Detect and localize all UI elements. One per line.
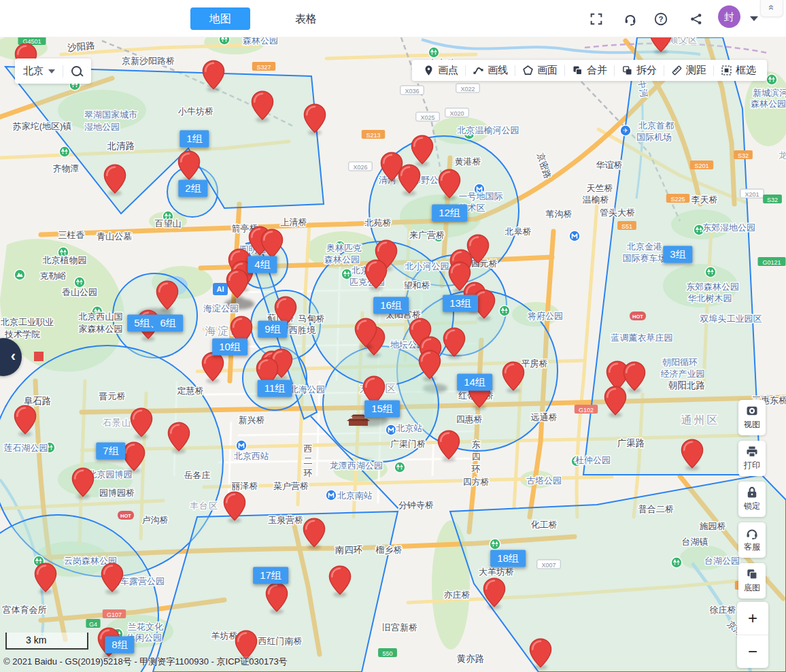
- map-label: 北京首都: [638, 120, 674, 131]
- map-label: 施园桥: [700, 521, 726, 531]
- group-label[interactable]: 1组: [180, 131, 209, 148]
- map-label: 台湖镇: [682, 537, 708, 547]
- map-label: 天竺桥: [587, 183, 613, 193]
- tool-split[interactable]: 拆分: [615, 60, 664, 81]
- park-icon: [74, 277, 85, 288]
- group-label[interactable]: 11组: [258, 380, 292, 397]
- group-label[interactable]: 16组: [373, 297, 409, 314]
- svg-text:X036: X036: [405, 88, 419, 95]
- map-label: 北苑桥: [365, 218, 392, 228]
- help-icon[interactable]: [653, 12, 668, 27]
- group-label[interactable]: 4组: [247, 256, 277, 273]
- share-icon[interactable]: [689, 12, 704, 27]
- map-label: 华北树木园: [688, 293, 732, 303]
- group-label[interactable]: 7组: [96, 443, 125, 460]
- group-label[interactable]: 3组: [663, 246, 692, 263]
- group-label[interactable]: 10组: [212, 339, 247, 356]
- group-label[interactable]: 14组: [457, 374, 492, 391]
- group-label[interactable]: 2组: [178, 180, 207, 197]
- map-label: 北京金港: [627, 241, 662, 252]
- map-label: 森林公园: [243, 37, 278, 46]
- city-name[interactable]: 北京: [23, 65, 44, 78]
- map-label: 卢沟桥: [142, 515, 169, 525]
- map-label: 北京站: [396, 423, 423, 433]
- tool-merge[interactable]: 合并: [565, 60, 614, 81]
- map-label: 宫体育会所: [3, 605, 47, 615]
- headset-icon[interactable]: [623, 12, 638, 27]
- zoom-in-button[interactable]: +: [737, 602, 768, 635]
- map-label: 广渠门桥: [390, 439, 426, 449]
- tool-measure[interactable]: 测距: [664, 60, 713, 81]
- airport-icon: [620, 125, 631, 136]
- top-bar: 地图表格 封 «: [0, 0, 786, 37]
- avatar-caret-icon[interactable]: [750, 16, 758, 21]
- support-icon: [745, 526, 759, 540]
- group-label[interactable]: 9组: [258, 321, 287, 338]
- side-tools: 视图打印锁定客服底图: [738, 400, 766, 604]
- red-marker-square: [34, 352, 44, 361]
- map-canvas[interactable]: ✈: [0, 37, 786, 672]
- map-label: 四方桥: [463, 477, 490, 487]
- map-label: 北京植物园: [43, 255, 87, 265]
- group-label[interactable]: 5组、6组: [127, 315, 183, 332]
- group-label[interactable]: 17组: [253, 567, 288, 584]
- metro-icon: [236, 440, 247, 451]
- group-label[interactable]: 15组: [364, 401, 400, 418]
- map-label: 丽泽桥: [232, 481, 258, 491]
- side-tool-view[interactable]: 视图: [738, 400, 766, 435]
- group-label[interactable]: 8组: [105, 637, 134, 654]
- map-label: 温榆桥: [583, 195, 609, 205]
- zoom-out-button[interactable]: −: [737, 635, 768, 668]
- tab-map[interactable]: 地图: [190, 7, 250, 30]
- tool-label: 画点: [438, 64, 458, 77]
- map-label: 顺义区: [669, 37, 698, 45]
- tool-draw-polygon[interactable]: 画面: [515, 60, 564, 81]
- map-label: 经济产业园: [661, 369, 705, 379]
- map-label: 通州区: [681, 414, 720, 426]
- map-label: 分钟寺桥: [398, 500, 434, 510]
- tool-label: 合并: [587, 64, 607, 77]
- svg-text:X201: X201: [745, 191, 759, 198]
- side-tool-basemap[interactable]: 底图: [738, 563, 766, 599]
- collapse-header-button[interactable]: «: [760, 0, 783, 17]
- map-label: 森林公园: [324, 254, 360, 265]
- map-label: 技术学院: [4, 329, 40, 339]
- measure-icon: [671, 65, 683, 76]
- metro-icon: [326, 490, 337, 501]
- metro-icon: [386, 424, 396, 435]
- map-label: 北京工业职业: [1, 317, 54, 327]
- group-label[interactable]: 12组: [432, 205, 467, 222]
- avatar[interactable]: 封: [718, 5, 740, 28]
- map-label: 杜仲公园: [575, 455, 611, 465]
- map-label: 石景山: [103, 418, 131, 428]
- city-selector[interactable]: 北京: [15, 58, 91, 84]
- map-label: 奥林匹克: [326, 243, 362, 253]
- svg-text:S225: S225: [670, 196, 685, 203]
- group-label[interactable]: 13组: [443, 295, 478, 312]
- map-label: 南四环: [335, 545, 363, 555]
- side-tool-lock[interactable]: 锁定: [738, 482, 766, 517]
- side-tool-print[interactable]: 打印: [738, 441, 766, 476]
- map-label: 朝阳北路: [668, 380, 705, 390]
- draw-line-icon: [473, 65, 484, 76]
- attribution: © 2021 Baidu - GS(2019)5218号 - 甲测资字11009…: [3, 656, 288, 668]
- map-label: 京新沙阳路桥: [122, 56, 175, 66]
- fullscreen-icon[interactable]: [589, 12, 604, 27]
- chevron-down-icon[interactable]: [48, 69, 55, 73]
- merge-icon: [572, 65, 583, 76]
- map-label: 朝阳循环: [662, 357, 698, 367]
- tool-box-select[interactable]: 框选: [714, 60, 763, 81]
- map-label: 青山公墓: [97, 231, 132, 241]
- tab-table[interactable]: 表格: [279, 7, 333, 30]
- map-label: 马甸桥: [298, 314, 325, 324]
- search-icon[interactable]: [71, 65, 83, 78]
- tool-draw-point[interactable]: 画点: [416, 60, 465, 81]
- park-icon: [499, 305, 510, 316]
- group-label[interactable]: 18组: [490, 550, 526, 567]
- side-tool-support[interactable]: 客服: [738, 522, 766, 558]
- side-tool-label: 打印: [738, 460, 766, 471]
- tool-draw-line[interactable]: 画线: [466, 60, 515, 81]
- tool-label: 拆分: [636, 64, 657, 77]
- map-label: 北京南站: [337, 490, 373, 501]
- draw-toolbar: 画点画线画面合并拆分测距框选: [412, 60, 767, 81]
